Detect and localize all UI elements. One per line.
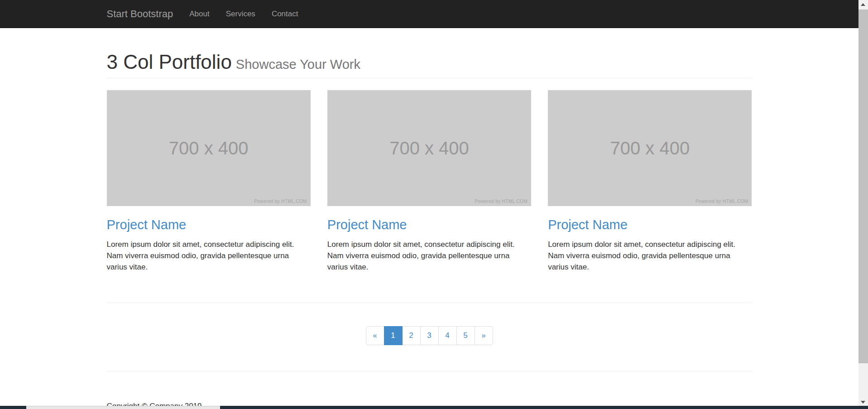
placeholder-watermark: Powered by HTML.COM — [475, 199, 528, 204]
vertical-scrollbar[interactable] — [858, 0, 868, 409]
portfolio-card: 700 x 400 Powered by HTML.COM Project Na… — [548, 90, 752, 273]
portfolio-grid: 700 x 400 Powered by HTML.COM Project Na… — [107, 90, 752, 273]
taskbar-search-box-edge[interactable] — [26, 406, 220, 409]
project-name-link[interactable]: Project Name — [107, 217, 187, 232]
pagination-next[interactable]: » — [475, 326, 493, 345]
page-subtitle: Showcase Your Work — [236, 57, 360, 72]
pagination-page-2[interactable]: 2 — [402, 326, 421, 345]
page-title: 3 Col Portfolio — [107, 51, 232, 73]
navbar-brand-link[interactable]: Start Bootstrap — [107, 0, 182, 28]
pagination: « 1 2 3 4 5 » — [366, 326, 493, 345]
navbar-links: About Services Contact — [181, 0, 306, 28]
scroll-down-icon[interactable] — [861, 401, 865, 404]
project-thumbnail-link[interactable]: 700 x 400 Powered by HTML.COM — [327, 90, 531, 206]
project-description: Lorem ipsum dolor sit amet, consectetur … — [327, 239, 526, 273]
divider — [107, 371, 752, 371]
project-thumbnail-link[interactable]: 700 x 400 Powered by HTML.COM — [107, 90, 311, 206]
nav-item-about[interactable]: About — [181, 0, 217, 28]
browser-viewport: Start Bootstrap About Services Contact 3… — [0, 0, 858, 409]
project-name-link[interactable]: Project Name — [548, 217, 628, 232]
page-header: 3 Col PortfolioShowcase Your Work — [107, 51, 752, 78]
divider — [107, 303, 752, 303]
project-thumbnail-link[interactable]: 700 x 400 Powered by HTML.COM — [548, 90, 752, 206]
taskbar-edge[interactable] — [0, 406, 868, 409]
placeholder-dimensions-text: 700 x 400 — [169, 138, 249, 159]
placeholder-watermark: Powered by HTML.COM — [254, 199, 307, 204]
project-description: Lorem ipsum dolor sit amet, consectetur … — [548, 239, 746, 273]
navbar: Start Bootstrap About Services Contact — [0, 0, 858, 28]
pagination-page-3[interactable]: 3 — [420, 326, 439, 345]
placeholder-dimensions-text: 700 x 400 — [610, 138, 690, 159]
placeholder-dimensions-text: 700 x 400 — [389, 138, 469, 159]
scroll-up-icon[interactable] — [861, 3, 865, 6]
pagination-page-1[interactable]: 1 — [384, 326, 403, 345]
nav-item-services[interactable]: Services — [218, 0, 264, 28]
portfolio-card: 700 x 400 Powered by HTML.COM Project Na… — [327, 90, 531, 273]
pagination-prev[interactable]: « — [366, 326, 384, 345]
placeholder-watermark: Powered by HTML.COM — [695, 199, 748, 204]
portfolio-card: 700 x 400 Powered by HTML.COM Project Na… — [107, 90, 311, 273]
pagination-page-5[interactable]: 5 — [456, 326, 475, 345]
nav-item-contact[interactable]: Contact — [264, 0, 307, 28]
project-description: Lorem ipsum dolor sit amet, consectetur … — [107, 239, 305, 273]
project-name-link[interactable]: Project Name — [327, 217, 407, 232]
pagination-page-4[interactable]: 4 — [438, 326, 457, 345]
vertical-scrollbar-thumb[interactable] — [858, 10, 868, 363]
